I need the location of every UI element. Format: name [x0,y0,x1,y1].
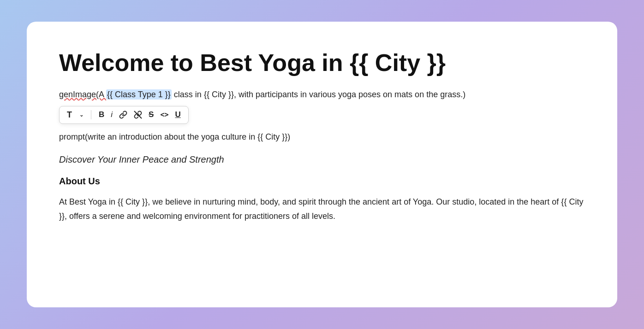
toolbar-code-button[interactable]: <> [160,111,168,119]
about-us-body: At Best Yoga in {{ City }}, we believe i… [59,195,585,223]
prompt-text: prompt(write an introduction about the y… [59,130,585,144]
gen-image-text: genImage(A {{ Class Type 1 }} class in {… [59,88,585,101]
page-title: Welcome to Best Yoga in {{ City }} [59,49,585,77]
class-type-highlight: {{ Class Type 1 }} [106,89,172,100]
toolbar-italic-button[interactable]: i [111,110,113,119]
subheading: Discover Your Inner Peace and Strength [59,154,585,165]
toolbar-unlink-button[interactable] [134,111,142,119]
content-card: Welcome to Best Yoga in {{ City }} genIm… [27,22,617,307]
about-us-heading: About Us [59,176,585,187]
gen-image-prefix: genImage(A [59,90,106,99]
toolbar-strikethrough-button[interactable]: S [149,110,154,119]
toolbar-text-button[interactable]: T [67,110,72,120]
toolbar-bold-button[interactable]: B [99,110,104,119]
toolbar-underline-button[interactable]: U [175,110,180,119]
toolbar-dropdown-button[interactable]: ⌄ [79,112,83,118]
formatting-toolbar-wrapper: T ⌄ B i S <> U [59,106,189,124]
formatting-toolbar: T ⌄ B i S <> U [59,106,189,124]
toolbar-link-button[interactable] [119,111,127,119]
gen-image-suffix: class in {{ City }}, with participants i… [172,90,465,99]
toolbar-divider [91,110,91,119]
